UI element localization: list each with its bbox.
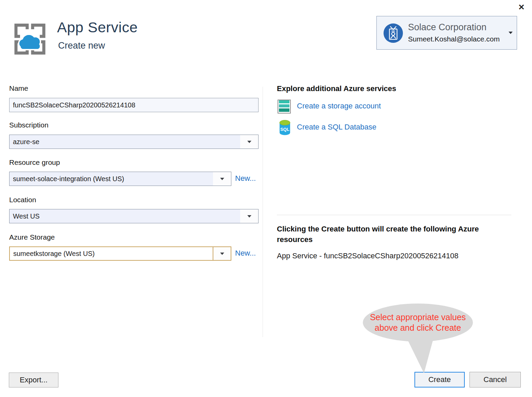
account-selector[interactable]: Solace Corporation Sumeet.Koshal@solace.… <box>376 16 517 50</box>
azure-storage-dropdown[interactable]: sumeetkstorage (West US) <box>9 246 231 261</box>
summary-heading: Clicking the Create button will create t… <box>277 224 501 245</box>
azure-storage-label: Azure Storage <box>9 233 55 241</box>
app-service-logo-icon <box>11 20 49 58</box>
create-sql-database-link[interactable]: Create a SQL Database <box>297 123 376 132</box>
callout-bubble: Select appropriate values above and clic… <box>363 304 473 342</box>
cancel-button[interactable]: Cancel <box>469 372 521 387</box>
chevron-down-icon <box>247 215 251 218</box>
chevron-down-icon <box>220 178 224 180</box>
subscription-label: Subscription <box>9 121 49 129</box>
page-subtitle: Create new <box>58 40 105 51</box>
account-name: Solace Corporation <box>408 22 486 33</box>
vertical-divider <box>263 87 263 337</box>
chevron-down-icon <box>247 141 251 143</box>
azure-storage-dropdown-button[interactable] <box>213 247 231 260</box>
name-input[interactable] <box>9 98 259 112</box>
explore-heading: Explore additional Azure services <box>277 84 396 93</box>
create-button[interactable]: Create <box>414 372 465 387</box>
resource-group-dropdown[interactable]: sumeet-solace-integration (West US) <box>9 172 231 186</box>
resource-group-new-link[interactable]: New... <box>235 174 256 183</box>
export-button[interactable]: Export... <box>9 373 58 387</box>
chevron-down-icon <box>220 253 224 255</box>
sql-database-icon: SQL <box>279 120 291 136</box>
storage-account-icon <box>278 100 291 114</box>
close-icon[interactable]: ✕ <box>516 1 527 13</box>
name-label: Name <box>9 84 28 92</box>
resource-group-label: Resource group <box>9 158 60 167</box>
app-service-create-dialog: ✕ App Service Create new <box>0 0 532 397</box>
location-dropdown[interactable]: West US <box>9 209 259 223</box>
subscription-dropdown-button[interactable] <box>240 135 258 149</box>
horizontal-divider <box>277 215 511 215</box>
id-badge-icon <box>384 23 403 43</box>
callout-text-line1: Select appropriate values <box>370 312 466 323</box>
account-email: Sumeet.Koshal@solace.com <box>408 35 500 43</box>
chevron-down-icon <box>509 32 513 34</box>
azure-storage-value: sumeetkstorage (West US) <box>10 250 213 258</box>
callout-text-line2: above and click Create <box>375 323 461 333</box>
subscription-dropdown[interactable]: azure-se <box>9 135 259 149</box>
resource-group-dropdown-button[interactable] <box>213 172 231 186</box>
location-dropdown-button[interactable] <box>240 209 258 223</box>
create-storage-account-link[interactable]: Create a storage account <box>297 102 381 110</box>
subscription-value: azure-se <box>10 138 240 146</box>
location-label: Location <box>9 196 36 204</box>
location-value: West US <box>10 212 240 220</box>
azure-storage-new-link[interactable]: New... <box>235 249 256 258</box>
svg-text:SQL: SQL <box>280 127 289 132</box>
resource-group-value: sumeet-solace-integration (West US) <box>10 175 213 183</box>
summary-resource: App Service - funcSB2SolaceCSharp2020052… <box>277 252 459 260</box>
page-title: App Service <box>57 19 138 36</box>
